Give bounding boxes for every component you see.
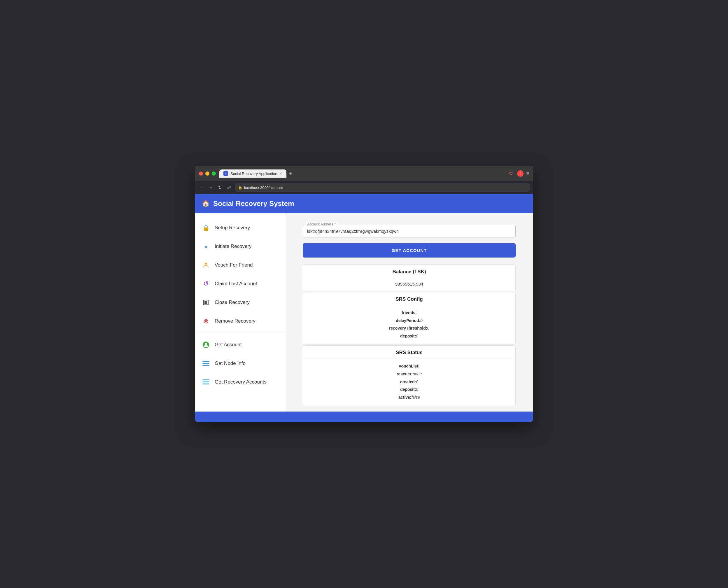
sidebar-item-claim-lost-account[interactable]: ↺ Claim Lost Account xyxy=(195,274,285,293)
srs-status-card: SRS Status vouchList: rescuer:none creat… xyxy=(303,345,516,406)
browser-menu-button[interactable]: ≡ xyxy=(526,171,529,176)
svg-rect-7 xyxy=(203,365,209,366)
app-header: 🏠 Social Recovery System xyxy=(195,194,533,213)
srs-status-created: created:0 xyxy=(308,378,511,386)
svg-rect-6 xyxy=(203,363,209,364)
notification-icon[interactable]: ! xyxy=(517,170,523,177)
recovery-accounts-icon xyxy=(202,378,210,386)
balance-card-body: 98969615.934 xyxy=(303,278,515,291)
srs-config-header: SRS Config xyxy=(303,292,515,306)
maximize-button[interactable] xyxy=(212,171,216,175)
sidebar-label-initiate-recovery: Initiate Recovery xyxy=(215,244,252,249)
new-tab-button[interactable]: + xyxy=(289,171,292,177)
tab-favicon: S xyxy=(224,171,228,176)
bookmark-button[interactable]: ☍ xyxy=(226,184,232,191)
sidebar: 🔒 Setup Recovery » Initiate Recovery xyxy=(195,213,285,412)
sidebar-item-initiate-recovery[interactable]: » Initiate Recovery xyxy=(195,237,285,256)
sidebar-item-get-recovery-accounts[interactable]: Get Recovery Accounts xyxy=(195,373,285,392)
brave-shields-icon[interactable]: 🛡 xyxy=(508,170,514,177)
square-icon xyxy=(202,298,210,307)
srs-config-delay: delayPeriod:0 xyxy=(308,317,511,324)
sidebar-label-get-recovery-accounts: Get Recovery Accounts xyxy=(215,379,267,385)
minimize-button[interactable] xyxy=(205,171,209,175)
browser-actions: 🛡 ! ≡ xyxy=(508,170,529,177)
srs-status-vouchlist: vouchList: xyxy=(308,362,511,370)
app-body: 🔒 Setup Recovery » Initiate Recovery xyxy=(195,213,533,412)
sidebar-item-vouch-for-friend[interactable]: Vouch For Friend xyxy=(195,256,285,274)
svg-rect-10 xyxy=(203,383,209,384)
svg-point-4 xyxy=(205,343,207,345)
sidebar-item-get-node-info[interactable]: Get Node Info xyxy=(195,354,285,373)
srs-status-rescuer: rescuer:none xyxy=(308,370,511,378)
secure-icon: 🔒 xyxy=(238,186,242,190)
sidebar-label-vouch-for-friend: Vouch For Friend xyxy=(215,262,253,268)
app-title: Social Recovery System xyxy=(213,200,294,208)
sidebar-label-claim-lost-account: Claim Lost Account xyxy=(215,281,257,287)
tab-area: S Social Recovery Application ✕ + xyxy=(219,169,504,177)
close-button[interactable] xyxy=(199,171,203,175)
account-address-wrapper: Account Address * xyxy=(303,225,516,237)
addressbar: ← → ↻ ☍ 🔒 localhost:3000/account xyxy=(195,181,533,194)
app-footer xyxy=(195,412,533,422)
sidebar-label-remove-recovery: Remove Recovery xyxy=(215,318,255,324)
svg-rect-5 xyxy=(203,361,209,362)
sidebar-section-info: Get Account Get Node Info xyxy=(195,333,285,394)
svg-rect-9 xyxy=(203,381,209,382)
srs-config-body: friends: delayPeriod:0 recoveryThreshold… xyxy=(303,306,515,344)
balance-card: Balance (LSK) 98969615.934 xyxy=(303,265,516,291)
account-circle-icon xyxy=(202,341,210,349)
srs-status-body: vouchList: rescuer:none created:0 deposi… xyxy=(303,359,515,406)
srs-config-deposit: deposit:0 xyxy=(308,332,511,340)
lock-icon: 🔒 xyxy=(202,224,210,232)
srs-config-card: SRS Config friends: delayPeriod:0 recove… xyxy=(303,292,516,345)
back-button[interactable]: ← xyxy=(198,184,205,191)
sidebar-label-get-account: Get Account xyxy=(215,342,242,348)
sidebar-item-get-account[interactable]: Get Account xyxy=(195,335,285,354)
account-address-group: Account Address * xyxy=(303,225,516,237)
srs-status-deposit: deposit:0 xyxy=(308,385,511,394)
sidebar-label-close-recovery: Close Recovery xyxy=(215,299,250,306)
sidebar-label-get-node-info: Get Node Info xyxy=(215,360,246,366)
srs-config-threshold: recoveryThreshold:0 xyxy=(308,324,511,332)
arrows-icon: » xyxy=(202,243,210,251)
tab-close-icon[interactable]: ✕ xyxy=(279,171,282,175)
account-address-input[interactable] xyxy=(307,228,511,235)
node-info-icon xyxy=(202,359,210,368)
browser-window: S Social Recovery Application ✕ + 🛡 ! ≡ … xyxy=(195,166,533,422)
sidebar-item-remove-recovery[interactable]: ⊗ Remove Recovery xyxy=(195,312,285,331)
sidebar-item-setup-recovery[interactable]: 🔒 Setup Recovery xyxy=(195,218,285,237)
srs-config-friends: friends: xyxy=(308,309,511,317)
sidebar-label-setup-recovery: Setup Recovery xyxy=(215,225,250,231)
address-bar[interactable]: 🔒 localhost:3000/account xyxy=(235,183,530,192)
get-account-button[interactable]: GET ACCOUNT xyxy=(303,243,516,257)
balance-card-header: Balance (LSK) xyxy=(303,265,515,278)
url-text: localhost:3000/account xyxy=(244,186,283,190)
circle-x-icon: ⊗ xyxy=(202,317,210,325)
sidebar-section-actions: 🔒 Setup Recovery » Initiate Recovery xyxy=(195,216,285,333)
balance-value: 98969615.934 xyxy=(308,281,511,287)
svg-rect-8 xyxy=(203,379,209,380)
refresh-icon: ↺ xyxy=(202,280,210,288)
person-upload-icon xyxy=(202,261,210,269)
srs-status-header: SRS Status xyxy=(303,345,515,359)
traffic-lights xyxy=(199,171,216,175)
reload-button[interactable]: ↻ xyxy=(217,184,223,191)
sidebar-item-close-recovery[interactable]: Close Recovery xyxy=(195,293,285,312)
home-icon: 🏠 xyxy=(202,200,210,207)
account-address-label: Account Address * xyxy=(306,222,337,226)
srs-status-active: active:false xyxy=(308,394,511,401)
titlebar: S Social Recovery Application ✕ + 🛡 ! ≡ xyxy=(195,166,533,181)
tab-title: Social Recovery Application xyxy=(230,171,277,176)
active-tab[interactable]: S Social Recovery Application ✕ xyxy=(219,169,286,177)
forward-button[interactable]: → xyxy=(208,184,214,191)
svg-rect-2 xyxy=(205,301,207,304)
main-content: Account Address * GET ACCOUNT Balance (L… xyxy=(285,213,533,412)
